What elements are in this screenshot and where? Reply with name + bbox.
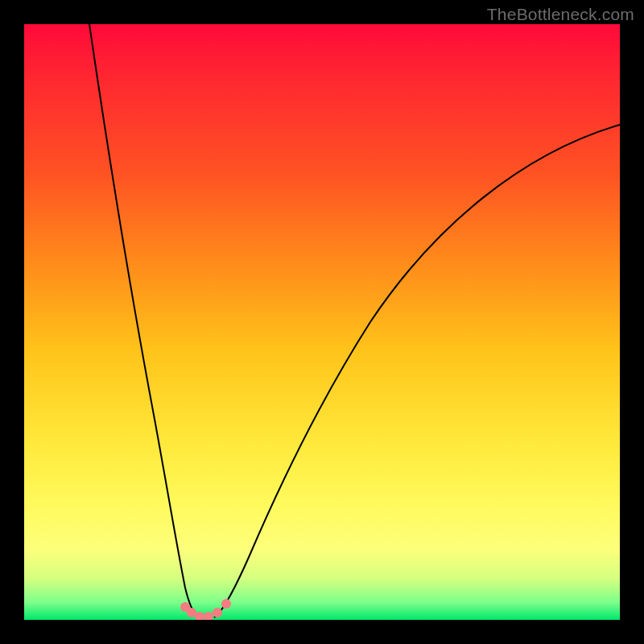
data-marker bbox=[204, 612, 213, 620]
data-marker bbox=[221, 599, 231, 609]
right-branch-line bbox=[214, 125, 620, 617]
watermark-text: TheBottleneck.com bbox=[487, 5, 634, 24]
curve-svg bbox=[24, 24, 620, 620]
chart-frame: TheBottleneck.com bbox=[0, 0, 644, 644]
left-branch-line bbox=[89, 24, 200, 617]
plot-area bbox=[24, 24, 620, 620]
data-marker bbox=[213, 608, 222, 617]
marker-group bbox=[180, 599, 231, 620]
